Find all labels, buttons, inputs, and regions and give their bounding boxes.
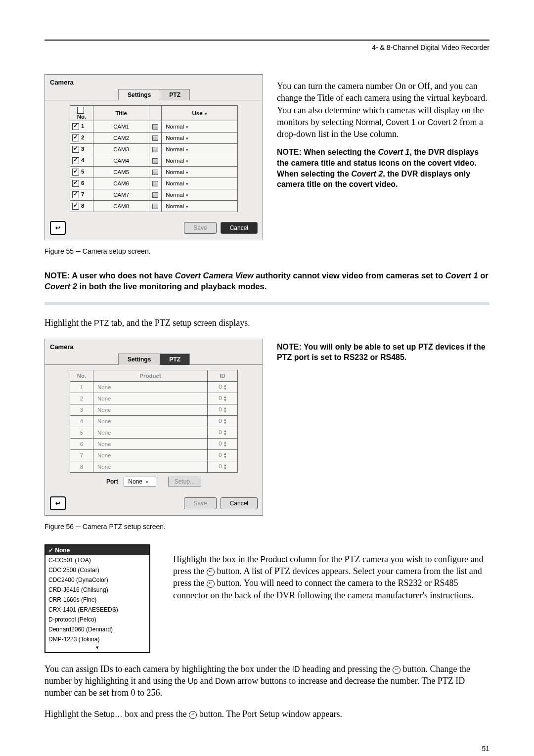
row-id[interactable]: 0▴▾ [208,393,238,404]
row-checkbox[interactable]: 6 [70,178,93,189]
keyboard-icon[interactable] [149,201,162,212]
row-product[interactable]: None [93,427,208,438]
list-item[interactable]: CRD-J6416 (Chilsung) [45,585,149,595]
tab-ptz[interactable]: PTZ [160,354,190,365]
cancel-button[interactable]: Cancel [221,222,258,234]
table-row: 6None0▴▾ [70,438,238,449]
check-all-icon[interactable] [77,107,84,114]
row-product[interactable]: None [93,449,208,461]
checkbox-icon[interactable] [72,180,79,187]
table-row: 8None0▴▾ [70,461,238,472]
tab-settings[interactable]: Settings [118,354,160,365]
port-select[interactable]: None ▾ [124,477,156,487]
camera-settings-dialog: Camera Settings PTZ No. Title Use▾ 1CAM1… [44,74,263,240]
col-no: No. [70,370,93,381]
row-no: 7 [70,449,93,461]
row-title[interactable]: CAM6 [93,178,149,189]
keyboard-icon[interactable] [149,155,162,167]
row-product[interactable]: None [93,461,208,472]
row-id[interactable]: 0▴▾ [208,449,238,461]
checkbox-icon[interactable] [72,203,79,210]
row-title[interactable]: CAM8 [93,201,149,212]
list-item-selected[interactable]: ✓ None [45,545,149,555]
checkbox-icon[interactable] [72,191,79,198]
row-id[interactable]: 0▴▾ [208,381,238,393]
row-checkbox[interactable]: 4 [70,155,93,167]
port-label: Port [106,478,118,485]
list-item[interactable]: CDC2400 (DynaColor) [45,575,149,585]
row-no: 4 [70,415,93,427]
row-use[interactable]: Normal▾ [162,178,238,189]
row-use[interactable]: Normal▾ [162,133,238,144]
keyboard-icon[interactable] [149,144,162,155]
list-item[interactable]: DMP-1223 (Tokina) [45,634,149,644]
keyboard-icon[interactable] [149,133,162,144]
keyboard-icon[interactable] [149,121,162,133]
row-product[interactable]: None [93,393,208,404]
row-product[interactable]: None [93,404,208,415]
row-id[interactable]: 0▴▾ [208,438,238,449]
list-item[interactable]: CRR-1660s (Fine) [45,595,149,605]
row-use[interactable]: Normal▾ [162,189,238,201]
row-use[interactable]: Normal▾ [162,155,238,167]
list-item[interactable]: D-protocol (Pelco) [45,615,149,624]
keyboard-icon[interactable] [149,167,162,178]
list-item[interactable]: CDC 2500 (Costar) [45,565,149,575]
row-no: 5 [70,427,93,438]
row-checkbox[interactable]: 2 [70,133,93,144]
save-button[interactable]: Save [184,222,216,234]
checkbox-icon[interactable] [72,134,79,141]
header-divider [44,40,490,41]
row-use[interactable]: Normal▾ [162,201,238,212]
list-item[interactable]: C-CC501 (TOA) [45,555,149,565]
port-row: Port None ▾ Setup... [70,473,238,488]
tab-settings[interactable]: Settings [118,89,160,100]
row-id[interactable]: 0▴▾ [208,427,238,438]
row-id[interactable]: 0▴▾ [208,415,238,427]
row-no: 3 [70,404,93,415]
enter-icon: ↵ [189,711,197,719]
ptz-product-list[interactable]: ✓ None C-CC501 (TOA)CDC 2500 (Costar)CDC… [44,544,150,653]
row-id[interactable]: 0▴▾ [208,461,238,472]
list-more-icon[interactable]: ▾ [45,644,149,652]
tab-ptz[interactable]: PTZ [160,89,190,100]
row-checkbox[interactable]: 8 [70,201,93,212]
table-row: 5None0▴▾ [70,427,238,438]
row-title[interactable]: CAM4 [93,155,149,167]
row-title[interactable]: CAM3 [93,144,149,155]
cancel-button[interactable]: Cancel [221,497,258,509]
keyboard-icon[interactable] [149,189,162,201]
row-product[interactable]: None [93,381,208,393]
keyboard-icon[interactable] [149,178,162,189]
camera-settings-description: You can turn the camera number On or Off… [277,80,490,140]
checkbox-icon[interactable] [72,169,79,176]
row-product[interactable]: None [93,415,208,427]
row-title[interactable]: CAM5 [93,167,149,178]
table-row: 1None0▴▾ [70,381,238,393]
list-item[interactable]: Dennard2060 (Dennard) [45,624,149,634]
list-item[interactable]: CRX-1401 (ERAESEEDS) [45,605,149,615]
col-no[interactable]: No. [70,106,93,121]
save-button[interactable]: Save [184,497,216,509]
checkbox-icon[interactable] [72,123,79,130]
row-id[interactable]: 0▴▾ [208,404,238,415]
row-checkbox[interactable]: 1 [70,121,93,133]
setup-button[interactable]: Setup... [168,477,201,487]
back-button[interactable]: ↩ [50,496,66,510]
row-product[interactable]: None [93,438,208,449]
row-checkbox[interactable]: 7 [70,189,93,201]
row-use[interactable]: Normal▾ [162,121,238,133]
row-title[interactable]: CAM7 [93,189,149,201]
row-use[interactable]: Normal▾ [162,167,238,178]
row-title[interactable]: CAM1 [93,121,149,133]
row-use[interactable]: Normal▾ [162,144,238,155]
back-button[interactable]: ↩ [50,221,66,235]
checkbox-icon[interactable] [72,146,79,153]
table-row: 3None0▴▾ [70,404,238,415]
checkbox-icon[interactable] [72,157,79,164]
row-title[interactable]: CAM2 [93,133,149,144]
row-checkbox[interactable]: 3 [70,144,93,155]
row-checkbox[interactable]: 5 [70,167,93,178]
col-use[interactable]: Use▾ [162,106,238,121]
row-no: 8 [70,461,93,472]
